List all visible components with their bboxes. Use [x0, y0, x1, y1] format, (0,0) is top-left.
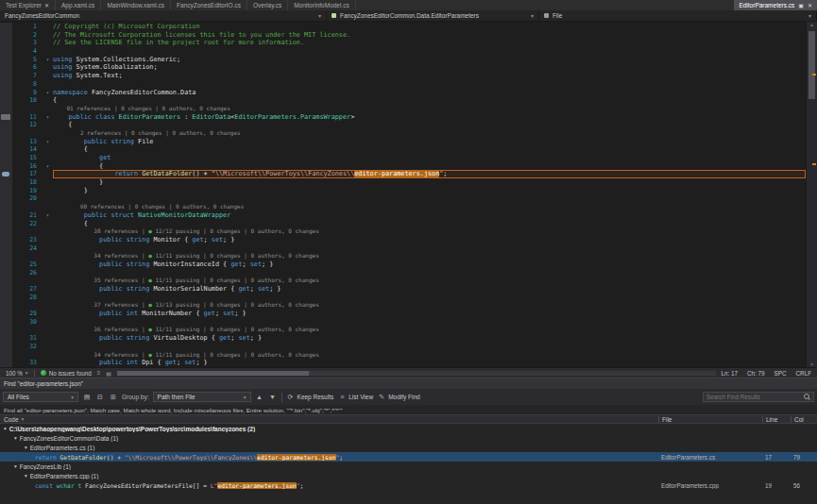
zoom-control[interactable]: 100 % ▾	[6, 370, 28, 377]
document-tab-label: Overlay.cs	[253, 2, 281, 8]
fold-chevron-icon[interactable]: ▾	[43, 89, 53, 97]
codelens-row[interactable]: 38 references | ● 12/12 passing | 0 chan…	[0, 227, 806, 236]
fold-chevron-icon[interactable]: ▾	[43, 113, 53, 122]
scroll-up-icon[interactable]: ▲	[807, 22, 817, 27]
fold-chevron-icon[interactable]: ▾	[43, 211, 53, 220]
glyph-margin	[0, 318, 12, 327]
collapse-all-icon[interactable]: ⊟	[95, 394, 105, 401]
find-result-row[interactable]: return GetDataFolder() + "\\Microsoft\\P…	[0, 452, 817, 462]
expander-icon[interactable]: ▾	[4, 426, 7, 431]
margin-indicator-icon[interactable]	[1, 114, 10, 120]
fold-margin	[43, 326, 53, 334]
find-result-row[interactable]: ▾FancyZonesLib (1)	[0, 462, 817, 471]
expand-all-icon[interactable]: ⊞	[109, 394, 118, 401]
line-number: 32	[12, 343, 43, 351]
find-result-row[interactable]: const wchar_t FancyZonesEditorParameters…	[0, 480, 817, 490]
document-tab[interactable]: MainWindow.xaml.cs	[101, 0, 171, 10]
document-tab[interactable]: App.xaml.cs	[56, 0, 101, 10]
expander-icon[interactable]: ▾	[14, 435, 17, 441]
glyph-margin	[0, 47, 12, 56]
scroll-down-icon[interactable]: ▼	[807, 361, 817, 367]
type-dropdown[interactable]: FancyZonesEditorCommon.Data.EditorParame…	[327, 10, 539, 21]
codelens-row[interactable]: 34 references | ● 11/11 passing | 0 chan…	[0, 351, 806, 360]
fold-margin	[43, 23, 53, 31]
line-number	[12, 105, 43, 113]
codelens-row[interactable]: 37 references | ● 13/13 passing | 0 chan…	[0, 301, 806, 310]
line-number	[12, 227, 43, 236]
bookmark-icon[interactable]	[2, 172, 9, 176]
line-number: 31	[12, 334, 43, 343]
space-mode-indicator[interactable]: SPC	[774, 370, 787, 377]
document-tab[interactable]: FancyZonesEditorIO.cs	[171, 0, 247, 10]
search-find-results-input[interactable]	[706, 394, 802, 400]
code-row: 26	[0, 269, 806, 277]
less-grouping-icon[interactable]: ▼	[268, 394, 278, 400]
codelens-row[interactable]: 2 references | 0 changes | 0 authors, 0 …	[0, 129, 806, 138]
fold-chevron-icon[interactable]: ▾	[43, 138, 53, 146]
find-result-row[interactable]: ▾C:\Users\zhaopengwang\Desktop\powertoys…	[0, 424, 817, 433]
col-column-header[interactable]: Col	[791, 416, 817, 423]
scrollbar-thumb[interactable]	[117, 371, 309, 376]
document-health-indicator[interactable]: ✓ No issues found	[41, 370, 92, 377]
line-number: 18	[12, 178, 43, 187]
column-indicator[interactable]: Ch: 79	[747, 370, 765, 377]
document-tab-label: MainWindow.xaml.cs	[107, 2, 164, 8]
fold-margin	[43, 154, 53, 162]
expander-icon[interactable]: ▾	[14, 463, 17, 469]
fold-chevron-icon[interactable]: ▾	[43, 56, 53, 64]
code-editor[interactable]: 1// Copyright (c) Microsoft Corporation2…	[0, 22, 817, 367]
document-tab[interactable]: Test Explorer✕	[0, 0, 56, 10]
codelens-row[interactable]: 34 references | ● 11/11 passing | 0 chan…	[0, 252, 806, 260]
result-line-cell: 17	[762, 454, 791, 461]
keep-results-button[interactable]: ⟳ Keep Results	[286, 394, 334, 401]
editor-horizontal-scrollbar[interactable]	[117, 371, 716, 376]
active-document-tab[interactable]: EditorParameters.cs ▣ ✕	[734, 0, 817, 10]
fold-chevron-icon[interactable]: ▾	[43, 162, 53, 171]
find-result-row[interactable]: ▾EditorParameters.cpp (1)	[0, 471, 817, 480]
filter-icon[interactable]: ▾	[22, 416, 25, 422]
code-line-text: {	[53, 145, 806, 154]
lines-icon[interactable]: ≡	[97, 370, 101, 376]
codelens-row[interactable]: 60 references | 0 changes | 0 authors, 0…	[0, 203, 806, 211]
codelens-row[interactable]: 36 references | ● 11/11 passing | 0 chan…	[0, 326, 806, 334]
group-by-dropdown[interactable]: Path then File ▾	[153, 392, 251, 402]
search-find-results-box[interactable]	[703, 392, 814, 402]
glyph-margin	[0, 359, 12, 367]
member-dropdown[interactable]: File ▾	[539, 10, 817, 21]
glyph-margin	[0, 154, 12, 162]
grid-icon[interactable]: ▤	[106, 370, 111, 377]
close-icon[interactable]: ✕	[808, 2, 812, 8]
list-view-button[interactable]: ≡ List View	[337, 394, 373, 400]
scrollbar-thumb[interactable]	[808, 31, 815, 99]
search-icon[interactable]	[804, 394, 810, 400]
expander-icon[interactable]: ▾	[25, 473, 27, 479]
eol-indicator[interactable]: CRLF	[796, 370, 811, 377]
code-row: 21▾ public struct NativeMonitorDataWrapp…	[0, 211, 806, 220]
line-number: 24	[12, 244, 43, 253]
line-indicator[interactable]: Ln: 17	[722, 370, 739, 377]
fold-margin	[43, 178, 53, 187]
close-icon[interactable]: ✕	[44, 2, 49, 8]
file-column-header[interactable]: File	[658, 416, 762, 423]
editor-vertical-scrollbar[interactable]: ▲ ▼	[806, 22, 817, 367]
scope-dropdown[interactable]: All Files ▾	[3, 392, 78, 402]
separator	[34, 370, 35, 377]
line-column-header[interactable]: Line	[762, 416, 791, 423]
line-number: 12	[12, 121, 43, 129]
document-tab[interactable]: Overlay.cs	[247, 0, 288, 10]
popout-icon[interactable]: ▣	[798, 2, 804, 8]
find-result-row[interactable]: ▾EditorParameters.cs (1)	[0, 443, 817, 452]
codelens-row[interactable]: 91 references | 0 changes | 0 authors, 0…	[0, 105, 806, 113]
modify-find-button[interactable]: ✎ Modify Find	[377, 394, 420, 401]
find-result-row[interactable]: ▾FancyZonesEditorCommon\Data (1)	[0, 433, 817, 443]
project-dropdown[interactable]: FancyZonesEditorCommon ▾	[0, 10, 327, 21]
expander-icon[interactable]: ▾	[25, 445, 27, 450]
code-line-text: {	[53, 162, 806, 171]
find-results-title[interactable]: Find "editor-parameters.json"	[0, 378, 817, 389]
more-grouping-icon[interactable]: ▲	[255, 394, 264, 400]
document-tab-label: FancyZonesEditorIO.cs	[177, 2, 241, 8]
codelens-row[interactable]: 35 references | ● 11/11 passing | 0 chan…	[0, 277, 806, 285]
code-column-header[interactable]: Code ▾	[0, 416, 658, 423]
clear-results-icon[interactable]: ▤	[82, 394, 92, 401]
document-tab[interactable]: MonitorInfoModel.cs	[288, 0, 356, 10]
